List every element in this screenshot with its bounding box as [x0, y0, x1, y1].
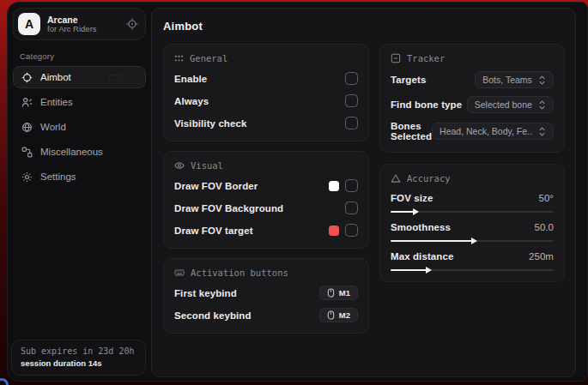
- setting-label: Enable: [174, 74, 207, 84]
- dropdown-value: Bots, Teams: [482, 75, 532, 85]
- setting-label: FOV size: [391, 193, 433, 203]
- setting-label: Bones Selected: [391, 121, 432, 141]
- second-keybind-button[interactable]: M2: [319, 308, 358, 322]
- setting-label: Smoothness: [391, 222, 451, 232]
- mouse-icon: [327, 310, 335, 320]
- session-duration-text: session duration 14s: [21, 358, 136, 368]
- sidebar-item-aimbot[interactable]: Aimbot: [13, 66, 146, 88]
- first-keybind-button[interactable]: M1: [319, 286, 358, 300]
- sidebar-item-label: Entities: [40, 97, 73, 107]
- draw-fov-background-checkbox[interactable]: [345, 202, 358, 214]
- setting-label: Targets: [391, 75, 426, 85]
- setting-label: Always: [174, 96, 209, 106]
- eye-icon: [174, 160, 185, 171]
- grid-icon: [174, 54, 184, 63]
- keybind-value: M2: [339, 310, 350, 320]
- sidebar-item-miscellaneous[interactable]: Miscellaneous: [13, 141, 146, 163]
- card-title: Tracker: [407, 53, 445, 63]
- enable-checkbox[interactable]: [345, 72, 358, 85]
- triangle-icon: [391, 173, 401, 183]
- workflow-icon: [21, 147, 33, 158]
- setting-label: Draw FOV Border: [174, 181, 258, 191]
- crosshair-settings-icon[interactable]: [126, 18, 138, 30]
- keybind-hint-ghost: [109, 75, 123, 81]
- visual-card: Visual Draw FOV Border Draw FOV Backgrou…: [163, 151, 369, 249]
- sidebar-item-label: Miscellaneous: [40, 147, 103, 157]
- logo-card: A Arcane for Arc Riders: [13, 8, 146, 40]
- subscription-info-card: Sub expires in 23d 20h session duration …: [11, 340, 146, 376]
- always-checkbox[interactable]: [345, 94, 358, 107]
- activation-buttons-card: Activation buttons First keybind M1: [163, 258, 369, 334]
- slider-value: 250m: [529, 251, 554, 262]
- smoothness-slider[interactable]: [391, 240, 554, 242]
- sidebar-item-label: Aimbot: [40, 72, 71, 82]
- entities-icon: [21, 97, 33, 108]
- mouse-icon: [327, 288, 335, 298]
- card-title: Activation buttons: [191, 268, 288, 278]
- keybind-value: M1: [339, 288, 350, 298]
- setting-label: First keybind: [174, 288, 237, 298]
- sidebar-nav: Aimbot Entities World: [8, 66, 151, 188]
- setting-label: Find bone type: [391, 99, 462, 110]
- sub-expires-text: Sub expires in 23d 20h: [21, 346, 136, 356]
- color-swatch[interactable]: [329, 181, 339, 191]
- app-logo: A: [18, 13, 40, 35]
- unfold-icon: [538, 75, 546, 85]
- tracker-card: Tracker Targets Bots, Teams: [379, 44, 565, 153]
- category-label: Category: [20, 51, 151, 61]
- setting-label: Draw FOV Background: [174, 203, 283, 214]
- crosshair-icon: [21, 72, 33, 83]
- visibility-check-checkbox[interactable]: [345, 117, 358, 129]
- sidebar-item-label: World: [40, 122, 66, 132]
- max-distance-slider[interactable]: [391, 269, 554, 271]
- slider-thumb[interactable]: [471, 238, 477, 244]
- sidebar-item-label: Settings: [40, 171, 76, 182]
- card-title: Accuracy: [407, 173, 451, 183]
- draw-fov-target-checkbox[interactable]: [345, 224, 358, 237]
- globe-icon: [21, 122, 33, 133]
- page-title: Aimbot: [163, 20, 564, 33]
- draw-fov-border-checkbox[interactable]: [345, 179, 358, 192]
- card-title: General: [190, 53, 227, 63]
- color-swatch[interactable]: [329, 226, 339, 236]
- app-window: A Arcane for Arc Riders Category: [7, 2, 588, 382]
- slider-thumb[interactable]: [426, 267, 432, 274]
- app-subtitle: for Arc Riders: [47, 25, 119, 34]
- targets-dropdown[interactable]: Bots, Teams: [475, 71, 554, 88]
- general-card: General Enable Always Visibility check: [163, 44, 369, 141]
- wallpaper-logo-fragment: [0, 378, 9, 385]
- unfold-icon: [538, 127, 546, 136]
- box-minus-icon: [391, 53, 401, 63]
- unfold-icon: [538, 100, 546, 110]
- sidebar-item-entities[interactable]: Entities: [13, 91, 146, 113]
- setting-label: Visibility check: [174, 118, 247, 129]
- slider-value: 50.0: [534, 222, 553, 232]
- sidebar-item-world[interactable]: World: [13, 116, 146, 138]
- sidebar-item-settings[interactable]: Settings: [13, 165, 146, 188]
- sidebar: A Arcane for Arc Riders Category: [8, 3, 151, 381]
- dropdown-value: Selected bone: [475, 99, 532, 110]
- keyboard-icon: [174, 268, 185, 278]
- bones-selected-dropdown[interactable]: Head, Neck, Body, Fe..: [432, 123, 554, 140]
- dropdown-value: Head, Neck, Body, Fe..: [439, 126, 532, 136]
- card-title: Visual: [191, 160, 223, 171]
- main-panel: Aimbot General Enable: [151, 8, 576, 377]
- gear-icon: [21, 171, 33, 183]
- app-name: Arcane: [47, 15, 119, 25]
- fov-size-slider[interactable]: [391, 211, 554, 213]
- setting-label: Max distance: [391, 251, 453, 262]
- setting-label: Draw FOV target: [174, 226, 253, 236]
- slider-value: 50°: [538, 193, 553, 203]
- find-bone-type-dropdown[interactable]: Selected bone: [467, 96, 554, 113]
- slider-thumb[interactable]: [413, 208, 419, 215]
- accuracy-card: Accuracy FOV size 50°: [379, 164, 565, 282]
- setting-label: Second keybind: [174, 310, 252, 321]
